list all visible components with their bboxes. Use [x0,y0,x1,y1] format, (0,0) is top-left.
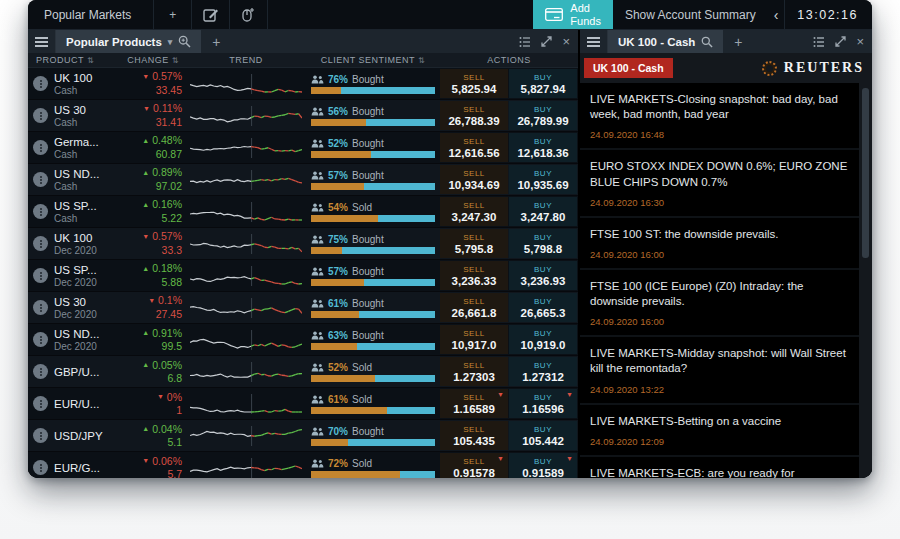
buy-button[interactable]: BUY 26,789.99 ▼ [509,101,577,130]
info-icon[interactable] [33,460,48,475]
info-icon[interactable] [33,428,48,443]
buy-button[interactable]: BUY 5,798.8 ▼ [509,229,577,258]
add-news-tab-button[interactable]: + [723,30,753,53]
workspace-tab[interactable]: Popular Markets [28,0,154,29]
info-icon[interactable] [33,172,48,187]
news-item[interactable]: LIVE MARKETS-Midday snapshot: will Wall … [580,337,859,402]
buy-button[interactable]: BUY 5,827.94 ▼ [509,69,577,98]
chevron-down-icon[interactable]: ▾ [168,37,173,47]
watchlist-tab[interactable]: Popular Products ▾ [56,30,201,53]
watchlist-row[interactable]: EUR/U... ▼0% 1 61% Sold SELL 1.16589 ▼ [28,388,578,420]
info-icon[interactable] [33,300,48,315]
sell-label: SELL [463,137,485,146]
news-tab[interactable]: UK 100 - Cash [608,30,723,53]
sentiment-bar [311,471,435,478]
news-menu-button[interactable] [580,30,608,53]
product-sublabel: Cash [54,117,86,128]
sell-button[interactable]: SELL 105.435 ▼ [440,421,508,450]
sell-button[interactable]: SELL 10,917.0 ▼ [440,325,508,354]
watchlist-row[interactable]: UK 100 Cash ▼0.57% 33.45 76% Bought SELL… [28,68,578,100]
news-item[interactable]: LIVE MARKETS-ECB: are you ready for Dece… [580,457,859,478]
add-watchlist-tab-button[interactable]: + [201,30,231,53]
column-header-product[interactable]: PRODUCT⇅ [28,55,120,65]
sell-button[interactable]: SELL 5,825.94 ▼ [440,69,508,98]
info-icon[interactable] [33,204,48,219]
product-text: US 30 Dec 2020 [54,296,97,320]
news-scrollbar[interactable] [859,83,872,478]
panel-options-icon[interactable] [519,36,531,48]
sell-button[interactable]: SELL 12,616.56 ▼ [440,133,508,162]
sentiment-percent: 76% [328,74,348,85]
panel-options-icon[interactable] [813,36,825,48]
change-direction-icon: ▲ [142,201,149,210]
buy-button[interactable]: BUY 10,935.69 ▼ [509,165,577,194]
trend-cell [186,164,306,195]
change-direction-icon: ▲ [142,361,149,370]
zoom-in-icon[interactable] [178,35,191,48]
expand-panel-icon[interactable] [541,36,552,47]
watchlist-row[interactable]: US 30 Cash ▼0.11% 31.41 56% Bought SELL … [28,100,578,132]
mouse-settings-button[interactable] [230,0,268,29]
watchlist-row[interactable]: Germa... Cash ▲0.48% 60.87 52% Bought SE… [28,132,578,164]
sell-button[interactable]: SELL 1.27303 ▼ [440,357,508,386]
news-item[interactable]: LIVE MARKETS-Closing snapshot: bad day, … [580,83,859,148]
sell-button[interactable]: SELL 0.91578 ▼ [440,453,508,478]
buy-button[interactable]: BUY 3,247.80 ▼ [509,197,577,226]
expand-panel-icon[interactable] [835,36,846,47]
search-icon[interactable] [701,36,713,48]
watchlist-row[interactable]: EUR/G... ▼0.06% 5.7 72% Sold SELL 0.9157… [28,452,578,478]
info-icon[interactable] [33,364,48,379]
buy-button[interactable]: BUY 12,618.36 ▼ [509,133,577,162]
watchlist-row[interactable]: USD/JPY ▲0.04% 5.1 70% Bought SELL 105.4… [28,420,578,452]
sell-button[interactable]: SELL 10,934.69 ▼ [440,165,508,194]
product-text: USD/JPY [54,430,103,442]
column-header-client-sentiment[interactable]: CLIENT SENTIMENT⇅ [306,55,440,65]
column-header-trend[interactable]: TREND [186,55,306,65]
add-funds-button[interactable]: AddFunds [533,0,613,29]
info-icon[interactable] [33,236,48,251]
sell-label: SELL [463,457,485,466]
product-text: EUR/U... [54,398,99,410]
sell-button[interactable]: SELL 1.16589 ▼ [440,389,508,418]
sell-button[interactable]: SELL 3,247.30 ▼ [440,197,508,226]
buy-button[interactable]: BUY 1.16596 ▼ [509,389,577,418]
buy-button[interactable]: BUY 105.442 ▼ [509,421,577,450]
buy-button[interactable]: BUY 1.27312 ▼ [509,357,577,386]
sell-button[interactable]: SELL 5,795.8 ▼ [440,229,508,258]
add-workspace-button[interactable]: + [154,0,192,29]
watchlist-row[interactable]: US SP... Cash ▲0.16% 5.22 54% Sold SELL … [28,196,578,228]
info-icon[interactable] [33,268,48,283]
instrument-badge[interactable]: UK 100 - Cash [584,58,673,78]
sell-button[interactable]: SELL 3,236.33 ▼ [440,261,508,290]
sell-button[interactable]: SELL 26,788.39 ▼ [440,101,508,130]
buy-button[interactable]: BUY 3,236.93 ▼ [509,261,577,290]
info-icon[interactable] [33,140,48,155]
watchlist-row[interactable]: US 30 Dec 2020 ▼0.1% 27.45 61% Bought SE… [28,292,578,324]
sell-button[interactable]: SELL 26,661.8 ▼ [440,293,508,322]
info-icon[interactable] [33,76,48,91]
buy-button[interactable]: BUY 26,665.3 ▼ [509,293,577,322]
news-scrollbar-thumb[interactable] [862,88,869,258]
collapse-summary-icon[interactable]: ‹ [768,0,785,29]
show-account-summary-button[interactable]: Show Account Summary [613,0,768,29]
news-item[interactable]: FTSE 100 (ICE Europe) (Z0) Intraday: the… [580,270,859,335]
news-item[interactable]: EURO STOXX INDEX DOWN 0.6%; EURO ZONE BL… [580,150,859,215]
watchlist-row[interactable]: GBP/U... ▲0.05% 6.8 52% Sold SELL 1.2730… [28,356,578,388]
watchlist-row[interactable]: US SP... Dec 2020 ▲0.18% 5.88 57% Bought… [28,260,578,292]
edit-workspace-button[interactable] [192,0,230,29]
watchlist-row[interactable]: US ND... Cash ▲0.89% 97.02 57% Bought SE… [28,164,578,196]
buy-button[interactable]: BUY 0.91589 ▼ [509,453,577,478]
buy-button[interactable]: BUY 10,919.0 ▼ [509,325,577,354]
watchlist-row[interactable]: UK 100 Dec 2020 ▼0.57% 33.3 75% Bought S… [28,228,578,260]
product-name: EUR/G... [54,462,100,474]
info-icon[interactable] [33,108,48,123]
watchlist-row[interactable]: US ND... Dec 2020 ▲0.91% 99.5 63% Bought… [28,324,578,356]
close-panel-icon[interactable]: × [856,34,864,49]
info-icon[interactable] [33,332,48,347]
close-panel-icon[interactable]: × [562,34,570,49]
watchlist-menu-button[interactable] [28,30,56,53]
info-icon[interactable] [33,396,48,411]
news-item[interactable]: FTSE 100 ST: the downside prevails. 24.0… [580,218,859,268]
column-header-change[interactable]: CHANGE⇅ [120,55,186,65]
news-item[interactable]: LIVE MARKETS-Betting on a vaccine 24.09.… [580,405,859,455]
